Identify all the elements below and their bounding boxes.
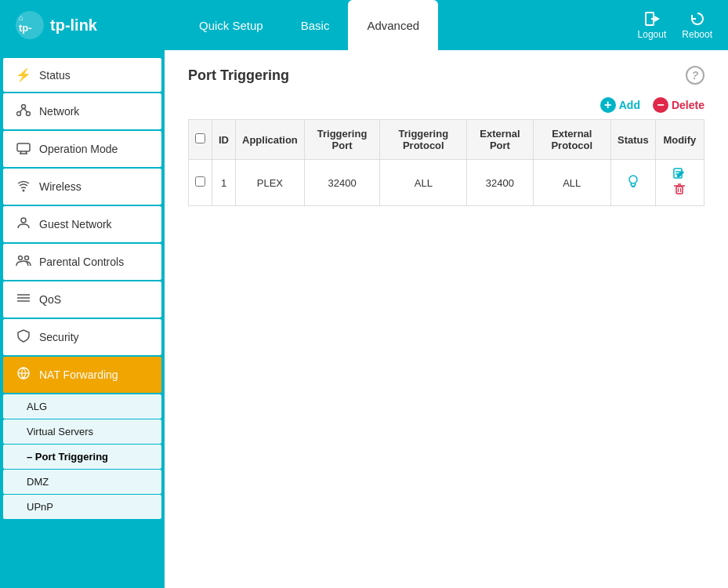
- sidebar-item-label: Operation Mode: [39, 143, 118, 155]
- sidebar-item-status[interactable]: ⚡ Status: [3, 58, 161, 92]
- delete-label: Delete: [672, 99, 704, 111]
- row-checkbox-cell: [189, 160, 212, 206]
- table-row: 1 PLEX 32400 ALL 32400 ALL: [189, 160, 704, 206]
- row-triggering-protocol: ALL: [380, 160, 467, 206]
- network-icon: [16, 103, 31, 120]
- col-triggering-protocol: Triggering Protocol: [380, 120, 467, 160]
- sub-label: ALG: [27, 401, 47, 412]
- sidebar-item-label: Status: [39, 69, 71, 82]
- sidebar-sub-port-triggering[interactable]: – Port Triggering: [3, 445, 161, 469]
- sidebar-item-label: Guest Network: [39, 218, 112, 230]
- svg-line-8: [20, 108, 24, 112]
- header: tp- ⌂ tp-link Quick Setup Basic Advanced…: [0, 0, 728, 50]
- row-checkbox[interactable]: [195, 176, 205, 187]
- logo-area: tp- ⌂ tp-link: [16, 11, 180, 39]
- logout-icon: [643, 10, 661, 27]
- guest-network-icon: [16, 216, 31, 233]
- sub-label: – Port Triggering: [27, 451, 108, 463]
- tp-link-logo: tp- ⌂: [16, 11, 44, 39]
- sidebar-item-nat-forwarding[interactable]: NAT Forwarding: [3, 357, 161, 393]
- sidebar-item-label: Security: [39, 331, 79, 343]
- svg-rect-28: [676, 187, 683, 194]
- col-modify: Modify: [655, 120, 704, 160]
- row-triggering-port: 32400: [304, 160, 380, 206]
- sidebar-item-qos[interactable]: QoS: [3, 281, 161, 318]
- sidebar-sub-alg[interactable]: ALG: [3, 394, 161, 419]
- header-actions: Logout Reboot: [638, 10, 712, 40]
- sub-label: DMZ: [27, 476, 49, 488]
- add-icon: +: [600, 97, 616, 113]
- col-application: Application: [236, 120, 305, 160]
- page-header: Port Triggering ?: [188, 66, 704, 85]
- add-label: Add: [619, 99, 640, 111]
- qos-icon: [16, 291, 31, 308]
- edit-icon[interactable]: [673, 169, 686, 183]
- row-modify: [655, 160, 704, 206]
- svg-text:tp-: tp-: [19, 22, 32, 34]
- sidebar-item-label: QoS: [39, 293, 61, 306]
- status-bulb-icon: [625, 176, 641, 192]
- sidebar-sub-upnp[interactable]: UPnP: [3, 495, 161, 519]
- sidebar-sub-virtual-servers[interactable]: Virtual Servers: [3, 419, 161, 444]
- select-all-checkbox[interactable]: [195, 133, 205, 143]
- sidebar-item-security[interactable]: Security: [3, 319, 161, 355]
- sidebar-item-label: Parental Controls: [39, 256, 124, 268]
- main-content: Port Triggering ? + Add − Delete ID Appl…: [165, 50, 728, 588]
- sidebar-item-guest-network[interactable]: Guest Network: [3, 206, 161, 242]
- reboot-button[interactable]: Reboot: [682, 10, 712, 40]
- sidebar-item-label: NAT Forwarding: [39, 368, 118, 381]
- row-delete-icon[interactable]: [673, 184, 686, 198]
- delete-button[interactable]: − Delete: [653, 97, 704, 113]
- sub-label: UPnP: [27, 501, 53, 513]
- row-status[interactable]: [610, 160, 655, 206]
- svg-point-5: [22, 105, 26, 109]
- logout-label: Logout: [638, 29, 667, 40]
- sidebar-item-operation-mode[interactable]: Operation Mode: [3, 131, 161, 167]
- col-status: Status: [610, 120, 655, 160]
- delete-icon: −: [653, 97, 668, 113]
- row-external-port: 32400: [467, 160, 533, 206]
- sidebar-item-parental-controls[interactable]: Parental Controls: [3, 244, 161, 280]
- col-triggering-port: Triggering Port: [304, 120, 380, 160]
- wireless-icon: [16, 178, 31, 195]
- sidebar-sub-dmz[interactable]: DMZ: [3, 470, 161, 494]
- col-checkbox: [189, 120, 212, 160]
- svg-text:⌂: ⌂: [19, 13, 24, 22]
- svg-line-9: [24, 108, 27, 112]
- sidebar: ⚡ Status Network Operation Mode Wireless: [0, 50, 165, 588]
- row-application: PLEX: [236, 160, 305, 206]
- brand-name: tp-link: [50, 16, 97, 34]
- sidebar-item-network[interactable]: Network: [3, 93, 161, 129]
- add-button[interactable]: + Add: [600, 97, 640, 113]
- row-external-protocol: ALL: [533, 160, 610, 206]
- reboot-label: Reboot: [682, 29, 712, 40]
- nat-forwarding-icon: [16, 366, 31, 383]
- parental-controls-icon: [16, 253, 31, 270]
- sub-label: Virtual Servers: [27, 426, 93, 437]
- tab-quick-setup[interactable]: Quick Setup: [180, 0, 282, 50]
- svg-point-16: [19, 256, 23, 260]
- operation-mode-icon: [16, 140, 31, 158]
- col-id: ID: [212, 120, 236, 160]
- tab-advanced[interactable]: Advanced: [348, 0, 438, 50]
- sidebar-item-label: Wireless: [39, 180, 81, 193]
- col-external-port: External Port: [467, 120, 533, 160]
- nav-tabs: Quick Setup Basic Advanced: [180, 0, 638, 50]
- col-external-protocol: External Protocol: [533, 120, 610, 160]
- tab-basic[interactable]: Basic: [282, 0, 349, 50]
- sidebar-item-label: Network: [39, 105, 79, 118]
- help-icon[interactable]: ?: [686, 66, 704, 85]
- status-icon: ⚡: [16, 67, 31, 82]
- svg-point-15: [21, 218, 26, 223]
- svg-point-23: [629, 176, 637, 183]
- row-id: 1: [212, 160, 236, 206]
- table-actions: + Add − Delete: [188, 97, 704, 113]
- sidebar-item-wireless[interactable]: Wireless: [3, 169, 161, 205]
- logout-button[interactable]: Logout: [638, 10, 667, 40]
- reboot-icon: [689, 10, 706, 27]
- svg-rect-10: [17, 143, 30, 151]
- svg-point-14: [23, 190, 25, 192]
- security-icon: [16, 328, 31, 346]
- page-title: Port Triggering: [188, 67, 289, 84]
- port-triggering-table: ID Application Triggering Port Triggerin…: [188, 119, 704, 206]
